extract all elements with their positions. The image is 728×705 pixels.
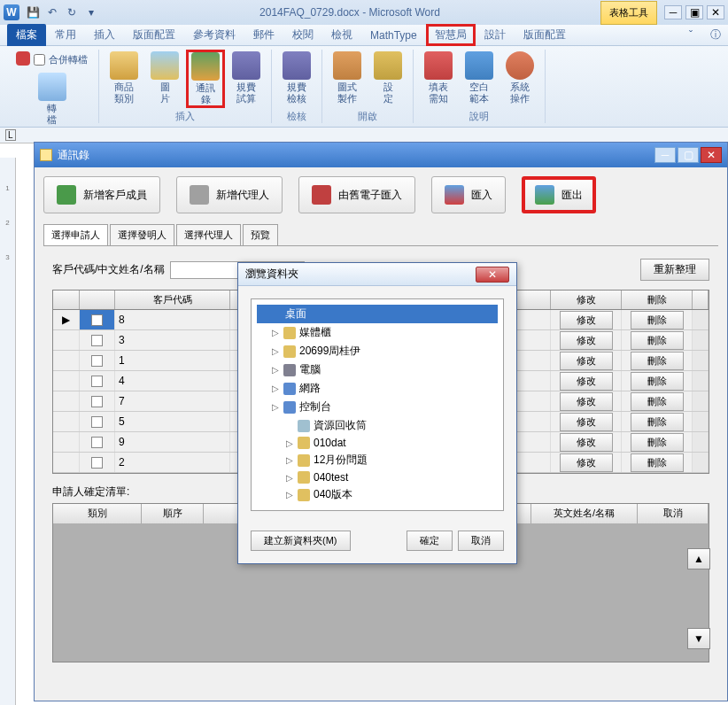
tab-preview[interactable]: 預覽	[243, 224, 278, 245]
expand-icon[interactable]: ▷	[285, 438, 294, 448]
move-down-button[interactable]: ▼	[687, 628, 710, 649]
help-icon[interactable]: ⓘ	[710, 27, 721, 43]
import-button[interactable]: 匯入	[431, 176, 506, 213]
col-ename[interactable]: 英文姓名/名稱	[531, 504, 638, 523]
browse-titlebar[interactable]: 瀏覽資料夾 ✕	[238, 263, 516, 286]
add-agent-button[interactable]: 新增代理人	[176, 176, 283, 213]
tab-mathtype[interactable]: MathType	[361, 26, 426, 45]
col-check[interactable]	[80, 291, 115, 309]
minimize-button[interactable]: ─	[664, 5, 682, 19]
export-button[interactable]: 匯出	[522, 176, 596, 213]
tree-node[interactable]: ▷010dat	[257, 435, 498, 451]
tree-node[interactable]: 桌面	[257, 305, 498, 323]
col-rowhdr[interactable]	[53, 291, 80, 309]
refresh-button[interactable]: 重新整理	[640, 259, 709, 281]
expand-icon[interactable]: ▷	[285, 490, 294, 500]
contacts-dialog-titlebar[interactable]: 通訊錄 ─ ▢ ✕	[35, 143, 727, 167]
row-checkbox[interactable]	[91, 335, 103, 346]
delete-button[interactable]: 刪除	[631, 311, 684, 329]
delete-button[interactable]: 刪除	[631, 331, 684, 350]
tree-node[interactable]: ▷媒體櫃	[257, 323, 498, 342]
import-old-button[interactable]: 由舊電子匯入	[298, 176, 415, 213]
row-checkbox[interactable]	[91, 396, 103, 407]
delete-button[interactable]: 刪除	[631, 392, 684, 411]
tree-node[interactable]: ▷20699周桂伊	[257, 342, 498, 360]
expand-icon[interactable]: ▷	[285, 455, 294, 465]
row-checkbox[interactable]	[91, 437, 103, 448]
undo-icon[interactable]: ↶	[44, 4, 60, 20]
row-checkbox[interactable]	[91, 355, 103, 367]
tab-tipo[interactable]: 智慧局	[426, 24, 476, 46]
tab-layout[interactable]: 版面配置	[124, 24, 184, 46]
expand-icon[interactable]: ▷	[271, 328, 280, 337]
dialog-maximize-button[interactable]: ▢	[678, 147, 699, 163]
tree-node[interactable]: ▷控制台	[257, 398, 498, 416]
col-code[interactable]: 客戶代碼	[115, 291, 230, 309]
edit-button[interactable]: 修改	[560, 352, 613, 370]
col-edit[interactable]: 修改	[551, 291, 622, 309]
expand-icon[interactable]: ▷	[271, 402, 280, 412]
tree-node[interactable]: ▷040版本	[257, 485, 498, 504]
merge-checkbox[interactable]	[34, 54, 45, 66]
tab-inventor[interactable]: 選擇發明人	[110, 224, 174, 245]
restore-button[interactable]: ▣	[685, 5, 703, 19]
form-info-button[interactable]: 填表 需知	[419, 50, 458, 106]
edit-button[interactable]: 修改	[560, 413, 613, 431]
cancel-button[interactable]: 取消	[458, 531, 504, 551]
delete-button[interactable]: 刪除	[631, 433, 684, 452]
col-cancel[interactable]: 取消	[638, 504, 709, 523]
blank-template-button[interactable]: 空白 範本	[460, 50, 499, 106]
folder-tree[interactable]: 桌面▷媒體櫃▷20699周桂伊▷電腦▷網路▷控制台資源回收筒▷010dat▷12…	[251, 298, 504, 511]
col-del[interactable]: 刪除	[622, 291, 693, 309]
convert-button[interactable]: 合併轉檔 轉 檔	[11, 50, 93, 128]
row-checkbox[interactable]	[91, 416, 103, 428]
tab-design[interactable]: 設計	[476, 24, 515, 46]
redo-icon[interactable]: ↻	[64, 4, 80, 20]
tab-mail[interactable]: 郵件	[244, 24, 283, 46]
browse-close-button[interactable]: ✕	[476, 267, 509, 283]
edit-button[interactable]: 修改	[560, 392, 613, 411]
row-checkbox[interactable]	[91, 314, 103, 326]
edit-button[interactable]: 修改	[560, 311, 613, 329]
dialog-minimize-button[interactable]: ─	[654, 147, 676, 163]
delete-button[interactable]: 刪除	[631, 453, 684, 472]
fee-calc-button[interactable]: 規費 試算	[227, 50, 266, 108]
save-icon[interactable]: 💾	[25, 4, 41, 20]
tab-file[interactable]: 檔案	[7, 24, 46, 46]
tree-node[interactable]: 資源回收筒	[257, 416, 498, 435]
edit-button[interactable]: 修改	[560, 331, 613, 350]
delete-button[interactable]: 刪除	[631, 352, 684, 370]
edit-button[interactable]: 修改	[560, 433, 613, 452]
tab-applicant[interactable]: 選擇申請人	[43, 224, 108, 245]
expand-icon[interactable]: ▷	[271, 365, 280, 375]
tree-node[interactable]: ▷電腦	[257, 360, 498, 379]
tree-node[interactable]: ▷040test	[257, 469, 498, 485]
delete-button[interactable]: 刪除	[631, 372, 684, 391]
figure-make-button[interactable]: 圖式 製作	[328, 50, 367, 106]
delete-button[interactable]: 刪除	[631, 413, 684, 431]
qat-more-icon[interactable]: ▾	[83, 4, 99, 20]
contacts-button[interactable]: 通訊 錄	[186, 50, 225, 108]
table-tools-tab[interactable]: 表格工具	[600, 1, 657, 25]
settings-button[interactable]: 設 定	[368, 50, 407, 106]
tab-insert[interactable]: 插入	[85, 24, 124, 46]
tab-review[interactable]: 校閱	[283, 24, 322, 46]
col-category[interactable]: 類別	[53, 504, 142, 523]
edit-button[interactable]: 修改	[560, 453, 613, 472]
move-up-button[interactable]: ▲	[687, 548, 710, 569]
dialog-close-button[interactable]: ✕	[701, 147, 722, 163]
ribbon-minimize-icon[interactable]: ˇ	[689, 29, 693, 42]
fee-check-button[interactable]: 規費 檢核	[277, 50, 316, 106]
add-customer-button[interactable]: 新增客戶成員	[43, 176, 160, 213]
col-order[interactable]: 順序	[142, 504, 204, 523]
vertical-ruler[interactable]: 123	[0, 158, 16, 705]
tree-node[interactable]: ▷網路	[257, 379, 498, 398]
tree-node[interactable]: ▷12月份問題	[257, 451, 498, 469]
expand-icon[interactable]: ▷	[285, 473, 294, 483]
tab-agent[interactable]: 選擇代理人	[176, 224, 241, 245]
new-folder-button[interactable]: 建立新資料夾(M)	[251, 531, 351, 551]
row-checkbox[interactable]	[91, 457, 103, 469]
expand-icon[interactable]: ▷	[271, 346, 280, 356]
edit-button[interactable]: 修改	[560, 372, 613, 391]
tab-home[interactable]: 常用	[46, 24, 85, 46]
